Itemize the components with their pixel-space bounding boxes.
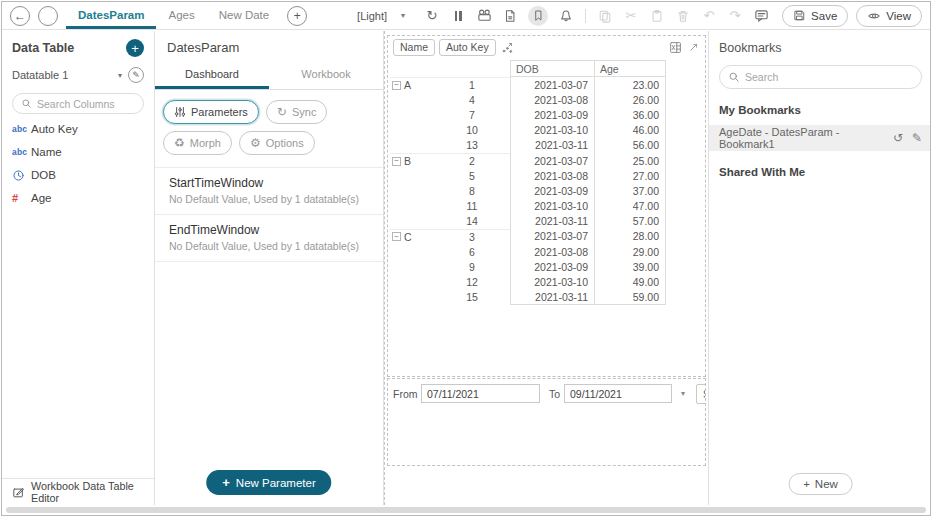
- back-button[interactable]: ←: [10, 6, 30, 26]
- back-icon: ←: [14, 9, 26, 23]
- age-cell: 25.00: [594, 153, 666, 168]
- collapse-icon[interactable]: −: [392, 157, 401, 166]
- reload-bookmark-icon[interactable]: ↺: [893, 131, 903, 145]
- comments-button[interactable]: [753, 8, 769, 24]
- export-excel-icon[interactable]: [668, 41, 682, 55]
- morph-button[interactable]: ♻ Morph: [163, 131, 232, 155]
- age-cell: 23.00: [594, 77, 666, 92]
- caret-down-icon[interactable]: ▾: [118, 71, 122, 80]
- copy-button[interactable]: [597, 8, 613, 24]
- breakdown-chip-name[interactable]: Name: [393, 39, 435, 56]
- cut-button[interactable]: ✂: [623, 8, 639, 24]
- table-row[interactable]: 132021-03-1156.00: [390, 138, 705, 153]
- parameter-item-starttimewindow[interactable]: StartTimeWindow No Default Value, Used b…: [155, 167, 383, 215]
- dob-cell: 2021-03-11: [510, 138, 594, 153]
- edit-datatable-button[interactable]: ✎: [128, 67, 144, 83]
- tab-ages[interactable]: Ages: [156, 2, 206, 29]
- group-header-cell: [390, 60, 434, 77]
- from-date-input[interactable]: [421, 384, 540, 403]
- undo-button[interactable]: ↶: [701, 8, 717, 24]
- caret-down-icon[interactable]: ▾: [681, 389, 685, 398]
- submit-button-clipped[interactable]: S: [696, 384, 706, 404]
- table-row[interactable]: 82021-03-0937.00: [390, 183, 705, 198]
- auto-key-cell: 7: [434, 107, 510, 122]
- bookmark-search-input[interactable]: [745, 71, 913, 83]
- home-button[interactable]: [38, 6, 58, 26]
- new-parameter-button[interactable]: + New Parameter: [206, 470, 331, 495]
- table-row[interactable]: 142021-03-1157.00: [390, 214, 705, 229]
- breakdown-chip-row: Name Auto Key: [388, 36, 705, 58]
- column-item-age[interactable]: # Age: [12, 190, 144, 206]
- workbook-data-table-editor-label: Workbook Data Table Editor: [31, 480, 144, 504]
- table-row[interactable]: 152021-03-1159.00: [390, 290, 705, 305]
- add-dashboard-button[interactable]: +: [287, 6, 307, 26]
- table-row[interactable]: −C32021-03-0728.00: [390, 229, 705, 244]
- document-export-icon: [503, 9, 517, 23]
- delete-button[interactable]: [675, 8, 691, 24]
- table-row[interactable]: 72021-03-0936.00: [390, 107, 705, 122]
- table-header-row: DOB Age: [390, 60, 705, 77]
- auto-key-cell: 5: [434, 168, 510, 183]
- sync-button[interactable]: ↻ Sync: [266, 100, 328, 124]
- sync-button-label: Sync: [292, 106, 316, 118]
- column-item-name[interactable]: abc Name: [12, 144, 144, 160]
- table-visualization-widget[interactable]: Name Auto Key DOB Age: [387, 35, 706, 377]
- tab-workbook[interactable]: Workbook: [269, 63, 383, 89]
- tab-datesparam[interactable]: DatesParam: [66, 2, 156, 29]
- redo-button[interactable]: ↷: [727, 8, 743, 24]
- edit-bookmark-icon[interactable]: ✎: [912, 131, 922, 145]
- theme-selector[interactable]: [Light] ▾: [357, 10, 405, 22]
- age-header-cell[interactable]: Age: [594, 60, 666, 77]
- maximize-icon[interactable]: [686, 41, 700, 55]
- add-datatable-button[interactable]: +: [126, 39, 144, 57]
- bookmark-item[interactable]: AgeDate - DatesParam - Bookmark1 ↺ ✎: [709, 125, 931, 151]
- dob-cell: 2021-03-07: [510, 77, 594, 92]
- dob-cell: 2021-03-10: [510, 199, 594, 214]
- dob-header-cell[interactable]: DOB: [510, 60, 594, 77]
- column-search-input[interactable]: [37, 98, 135, 110]
- column-item-dob[interactable]: DOB: [12, 167, 144, 183]
- tab-dashboard[interactable]: Dashboard: [155, 63, 269, 89]
- datatable-select-value[interactable]: Datatable 1: [12, 69, 68, 81]
- to-date-input[interactable]: [564, 384, 672, 403]
- table-row[interactable]: 92021-03-0939.00: [390, 259, 705, 274]
- date-filter-widget[interactable]: From To ▾ S: [387, 378, 706, 466]
- plus-icon: +: [222, 475, 230, 490]
- parameters-button[interactable]: Parameters: [163, 100, 259, 124]
- bookmarks-toggle-button[interactable]: [528, 6, 548, 26]
- dob-cell: 2021-03-09: [510, 107, 594, 122]
- table-row[interactable]: 52021-03-0827.00: [390, 168, 705, 183]
- group-name: A: [404, 79, 411, 91]
- recording-button[interactable]: [476, 8, 492, 24]
- table-row[interactable]: 42021-03-0826.00: [390, 92, 705, 107]
- notifications-button[interactable]: [558, 8, 574, 24]
- table-row[interactable]: −B22021-03-0725.00: [390, 153, 705, 168]
- options-button[interactable]: ⚙ Options: [239, 131, 315, 155]
- options-button-label: Options: [266, 137, 304, 149]
- eye-icon: [867, 9, 881, 23]
- column-item-auto-key[interactable]: abc Auto Key: [12, 121, 144, 137]
- save-button[interactable]: Save: [782, 5, 848, 27]
- tab-new-date[interactable]: New Date: [207, 2, 282, 29]
- table-row[interactable]: 122021-03-1049.00: [390, 274, 705, 289]
- table-row[interactable]: 102021-03-1046.00: [390, 123, 705, 138]
- collapse-icon[interactable]: −: [392, 232, 401, 241]
- parameter-name: EndTimeWindow: [169, 223, 369, 237]
- breakdown-chip-auto-key[interactable]: Auto Key: [439, 39, 496, 56]
- group-cell: [390, 123, 434, 138]
- breakdown-expand-icon[interactable]: [500, 41, 514, 55]
- table-row[interactable]: −A12021-03-0723.00: [390, 77, 705, 92]
- refresh-button[interactable]: ↻: [424, 8, 440, 24]
- table-row[interactable]: 62021-03-0829.00: [390, 244, 705, 259]
- collapse-icon[interactable]: −: [392, 81, 401, 90]
- view-button[interactable]: View: [856, 5, 922, 27]
- pause-button[interactable]: [450, 8, 466, 24]
- paste-button[interactable]: [649, 8, 665, 24]
- parameter-item-endtimewindow[interactable]: EndTimeWindow No Default Value, Used by …: [155, 215, 383, 262]
- auto-key-cell: 1: [434, 77, 510, 92]
- export-pdf-button[interactable]: [502, 8, 518, 24]
- horizontal-scrollbar[interactable]: [6, 507, 926, 513]
- new-bookmark-button[interactable]: + New: [788, 473, 853, 495]
- table-row[interactable]: 112021-03-1047.00: [390, 199, 705, 214]
- workbook-data-table-editor-link[interactable]: Workbook Data Table Editor: [2, 478, 154, 505]
